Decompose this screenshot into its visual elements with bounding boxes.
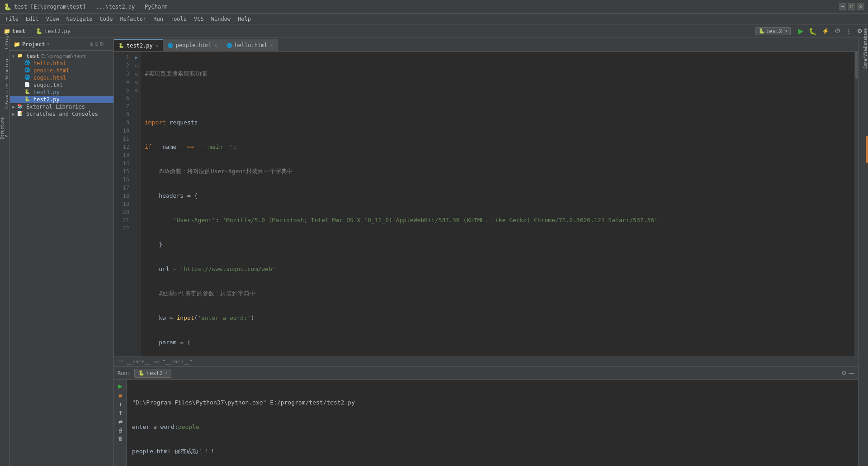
- menu-code[interactable]: Code: [96, 15, 117, 23]
- menubar: File Edit View Navigate Code Refactor Ru…: [0, 14, 868, 24]
- tree-item-sogou-html[interactable]: › 🌐 sogou.html: [10, 74, 113, 81]
- menu-vcs[interactable]: VCS: [190, 15, 208, 23]
- code-content[interactable]: #实现百度搜索爬取功能 import requests if __name__ …: [141, 52, 854, 357]
- sidebar-project-icon[interactable]: 1:Project: [1, 42, 9, 50]
- code-line-9: url = 'https://www.sogou.com/web': [145, 265, 851, 273]
- tree-item-test1-py[interactable]: › 🐍 test1.py: [10, 89, 113, 96]
- file-html-icon-sogou: 🌐: [24, 75, 32, 81]
- profile-button[interactable]: ⏱: [833, 27, 842, 35]
- run-minimize-button[interactable]: —: [849, 370, 854, 376]
- tab-close-people[interactable]: ✕: [214, 43, 217, 48]
- menu-navigate[interactable]: Navigate: [63, 15, 96, 23]
- project-panel: 📁 Project ▾ ⊕ ⊙ ⚙ — ▾ 📁 test E:\program\…: [10, 38, 114, 466]
- editor-scrollbar[interactable]: [854, 52, 858, 357]
- project-header-actions: ⊕ ⊙ ⚙ —: [90, 41, 110, 47]
- project-header-label: 📁 Project ▾: [14, 41, 50, 48]
- code-line-10: #处理url携带的参数：封装到字典中: [145, 290, 851, 298]
- minimize-button[interactable]: ─: [839, 3, 846, 10]
- tab-icon-people: 🌐: [168, 43, 173, 48]
- tab-test2-py[interactable]: 🐍 test2.py ✕: [114, 39, 163, 51]
- tree-arrow-test: ▾: [12, 53, 17, 59]
- file-py-icon-test2: 🐍: [24, 96, 32, 103]
- sidebar-structure-icon[interactable]: Structure: [1, 71, 9, 80]
- run-config-icon: 🐍: [759, 28, 765, 34]
- run-scroll-end-button[interactable]: ⤓: [114, 400, 127, 409]
- titlebar: 🐍 test [E:\program\test] – ...\test2.py …: [0, 0, 868, 14]
- tree-item-hello-html[interactable]: › 🌐 hello.html: [10, 60, 113, 67]
- project-header-icon: 📁: [14, 41, 20, 48]
- titlebar-controls: ─ □ ✕: [839, 3, 864, 10]
- run-config-dropdown-icon[interactable]: ▾: [785, 29, 788, 33]
- project-scroll-button[interactable]: ⊙: [94, 41, 99, 47]
- run-print-button[interactable]: 🖨: [114, 426, 127, 434]
- run-tab-close[interactable]: ✕: [165, 371, 167, 376]
- run-tab-icon: 🐍: [138, 370, 145, 376]
- project-add-button[interactable]: ⊕: [90, 41, 94, 47]
- tab-people-html[interactable]: 🌐 people.html ✕: [163, 39, 222, 51]
- project-minimize-button[interactable]: —: [105, 41, 110, 47]
- code-line-4: if __name__ == "__main__":: [145, 143, 851, 151]
- folder-open-icon: 📁: [17, 53, 24, 59]
- code-line-5: #UA伪装：将对应的User-Agent封装到一个字典中: [145, 167, 851, 176]
- menu-window[interactable]: Window: [208, 15, 234, 23]
- sidebar-z-structure-icon[interactable]: Z-Structure: [1, 131, 9, 139]
- run-toolbar: ▶ ■ ⤓ ⤒ ⇌ 🖨 🗑: [114, 380, 127, 466]
- menu-file[interactable]: File: [2, 15, 22, 23]
- menu-tools[interactable]: Tools: [167, 15, 190, 23]
- tab-close-hello[interactable]: ✕: [270, 43, 273, 48]
- tree-item-sogou-txt[interactable]: › 📄 sogou.txt: [10, 81, 113, 89]
- run-tab[interactable]: 🐍 test2 ✕: [134, 369, 171, 378]
- run-content-area: ▶ ■ ⤓ ⤒ ⇌ 🖨 🗑 "D:\Program Files\Python37…: [114, 380, 858, 466]
- menu-edit[interactable]: Edit: [22, 15, 42, 23]
- project-header-dropdown[interactable]: ▾: [47, 42, 50, 47]
- file-html-icon-people: 🌐: [24, 67, 32, 74]
- tree-item-external-libs[interactable]: ▶ 📚 External Libraries: [10, 103, 113, 110]
- run-output: "D:\Program Files\Python37\python.exe" E…: [127, 380, 858, 466]
- tree-path-test: E:\program\test: [41, 53, 86, 59]
- run-button[interactable]: ▶: [796, 26, 805, 36]
- run-stop-button[interactable]: ■: [114, 391, 127, 400]
- run-panel: Run: 🐍 test2 ✕ ⚙ — ▶ ■ ⤓ ⤒: [114, 366, 858, 466]
- tree-item-people-html[interactable]: › 🌐 people.html: [10, 67, 113, 74]
- tree-label-sogou-html: sogou.html: [33, 75, 66, 81]
- sidebar-sonarview-icon[interactable]: SonarView: [859, 61, 868, 69]
- run-play-button[interactable]: ▶: [114, 381, 127, 391]
- debug-button[interactable]: 🐛: [807, 27, 818, 36]
- code-gutter: ▶ ○ ○ ○ ○: [132, 52, 141, 357]
- tab-close-test2[interactable]: ✕: [156, 43, 158, 48]
- run-settings-button[interactable]: ⚙: [841, 370, 847, 376]
- run-cmd-line: "D:\Program Files\Python37\python.exe" E…: [132, 399, 853, 407]
- tree-item-scratches[interactable]: ▶ 📝 Scratches and Consoles: [10, 110, 113, 118]
- maximize-button[interactable]: □: [848, 3, 855, 10]
- run-header-left: Run: 🐍 test2 ✕: [118, 369, 171, 378]
- tab-bar: 🐍 test2.py ✕ 🌐 people.html ✕ 🌐 hello.htm…: [114, 38, 858, 52]
- external-libs-icon: 📚: [17, 104, 24, 110]
- code-editor[interactable]: 12345 678910 1112131415 1617181920 2122 …: [114, 52, 858, 357]
- menu-run[interactable]: Run: [150, 15, 167, 23]
- toolbar-more[interactable]: ⋮: [844, 27, 854, 35]
- code-line-3: import requests: [145, 119, 851, 127]
- breadcrumb-content: if __name__ == "__main__": [118, 359, 193, 365]
- run-tab-label: test2: [146, 370, 163, 376]
- run-input-line: enter a word:people: [132, 423, 853, 431]
- app-icon: 🐍: [4, 3, 11, 10]
- menu-view[interactable]: View: [42, 15, 63, 23]
- menu-refactor[interactable]: Refactor: [116, 15, 150, 23]
- close-button[interactable]: ✕: [857, 3, 864, 10]
- tree-item-test-folder[interactable]: ▾ 📁 test E:\program\test: [10, 52, 113, 60]
- menu-help[interactable]: Help: [234, 15, 255, 23]
- project-settings-button[interactable]: ⚙: [99, 41, 104, 47]
- titlebar-left: 🐍 test [E:\program\test] – ...\test2.py …: [4, 3, 168, 10]
- code-line-8: }: [145, 241, 851, 249]
- run-scroll-start-button[interactable]: ⤒: [114, 409, 127, 418]
- code-line-6: headers = {: [145, 192, 851, 200]
- tree-label-scratches: Scratches and Consoles: [26, 111, 98, 117]
- run-clear-button[interactable]: 🗑: [114, 434, 127, 442]
- sidebar-favorites-icon[interactable]: 2:Favorites: [1, 101, 9, 109]
- tree-item-test2-py[interactable]: › 🐍 test2.py: [10, 96, 113, 103]
- run-soft-wrap-button[interactable]: ⇌: [114, 418, 127, 426]
- line-numbers: 12345 678910 1112131415 1617181920 2122: [114, 52, 132, 357]
- coverage-button[interactable]: ⚡: [820, 27, 831, 35]
- tab-hello-html[interactable]: 🌐 hello.html ✕: [222, 39, 278, 51]
- tree-label-test1-py: test1.py: [33, 89, 60, 95]
